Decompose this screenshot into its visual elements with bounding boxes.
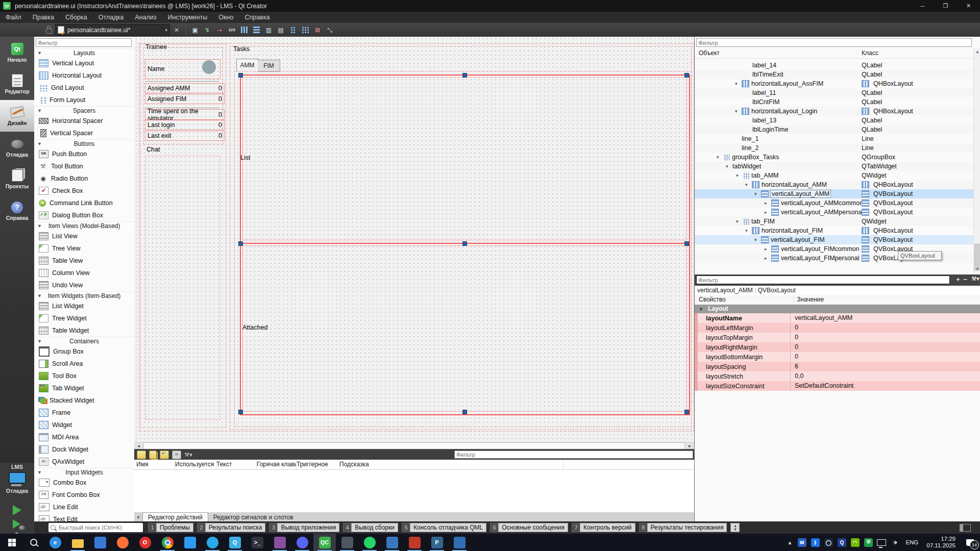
taskbar-app-system-monitor[interactable] <box>381 534 403 551</box>
selection-handle[interactable] <box>684 410 689 414</box>
layout-splitter-vertical-icon[interactable]: ▤ <box>276 25 286 35</box>
widget-box-item-undo-view[interactable]: Undo View <box>34 279 134 291</box>
chevron-right-icon[interactable]: ▸ <box>765 256 771 261</box>
tree-row-horizontalLayout_Login[interactable]: ▾horizontalLayout_LoginQHBoxLayout <box>695 107 973 116</box>
widget-box-item-horizontal-spacer[interactable]: Horizontal Spacer <box>34 115 134 127</box>
property-section-layout[interactable]: ▼ Layout <box>695 305 980 313</box>
taskbar-app-discord[interactable] <box>291 534 313 551</box>
mode-design[interactable]: Дизайн <box>0 100 34 132</box>
property-value[interactable]: 0 <box>790 333 980 342</box>
tree-row-tabWidget[interactable]: ▾tabWidgetQTabWidget <box>695 162 973 171</box>
output-panel-контроль-версий[interactable]: 7Контроль версий <box>572 523 635 532</box>
tree-row-label_11[interactable]: label_11QLabel <box>695 88 973 97</box>
mode-welcome[interactable]: QtНачало <box>0 37 34 68</box>
property-row-layoutBottomMargin[interactable]: layoutBottomMargin0 <box>695 352 980 362</box>
widget-box-item-table-widget[interactable]: Table Widget <box>34 324 134 337</box>
selection-handle[interactable] <box>462 410 467 414</box>
trainee-field-assigned-amm[interactable]: Assigned AMM0 <box>145 83 225 93</box>
property-value[interactable]: verticalLayout_AMM <box>790 313 980 323</box>
selection-handle[interactable] <box>238 73 243 78</box>
widget-box-item-form-layout[interactable]: Form Layout <box>34 94 134 106</box>
widget-box-item-qaxwidget[interactable]: axQAxWidget <box>34 456 134 468</box>
widget-box-section-buttons[interactable]: ▼Buttons <box>34 139 134 148</box>
taskbar-app-opera[interactable]: O <box>134 534 156 551</box>
taskbar-search-button[interactable] <box>23 534 44 551</box>
chevron-right-icon[interactable]: ▸ <box>765 201 771 206</box>
tree-row-verticalLayout_AMM[interactable]: ▾verticalLayout_AMMQVBoxLayout <box>695 189 973 198</box>
scroll-down-icon[interactable]: ▼ <box>974 266 980 273</box>
layout-horizontal-icon[interactable] <box>239 25 249 35</box>
open-document-selector[interactable]: personalcardtrainee.ui* ▾ <box>55 24 170 36</box>
widget-box-item-stacked-widget[interactable]: Stacked Widget <box>34 394 134 407</box>
layout-splitter-horizontal-icon[interactable]: ▥ <box>263 25 274 35</box>
chevron-down-icon[interactable]: ▾ <box>735 81 742 86</box>
tab-amm[interactable]: AMM <box>236 59 258 71</box>
widget-box-section-item-widgets-item-based[interactable]: ▼Item Widgets (Item-Based) <box>34 291 134 300</box>
tree-row-horizontalLayout_FIM[interactable]: ▾horizontalLayout_FIMQHBoxLayout <box>695 226 973 235</box>
tree-row-line_2[interactable]: line_2Line <box>695 143 973 153</box>
mode-projects[interactable]: Проекты <box>0 163 34 195</box>
property-value[interactable]: 0 <box>790 342 980 352</box>
widget-box-item-vertical-spacer[interactable]: Vertical Spacer <box>34 127 134 139</box>
tree-row-horizontalLayout_AMM[interactable]: ▾horizontalLayout_AMMQHBoxLayout <box>695 180 973 189</box>
property-filter-input[interactable] <box>696 276 950 284</box>
chevron-down-icon[interactable]: ▾ <box>134 513 142 522</box>
scroll-right-icon[interactable]: ► <box>685 442 694 449</box>
edit-signals-slots-icon[interactable]: ↯ <box>202 25 212 35</box>
output-panel-результаты-поиска[interactable]: 2Результаты поиска <box>197 523 266 532</box>
tree-row-verticalLayout_FIM[interactable]: ▾verticalLayout_FIMQVBoxLayout <box>695 235 973 244</box>
selection-handle[interactable] <box>462 241 467 246</box>
chevron-down-icon[interactable]: ▾ <box>736 219 743 224</box>
minimize-button[interactable]: ─ <box>911 0 934 12</box>
widget-box-item-tree-widget[interactable]: Tree Widget <box>34 312 134 324</box>
close-button[interactable]: ✕ <box>957 0 980 12</box>
maximize-button[interactable]: ❐ <box>934 0 957 12</box>
start-button[interactable] <box>0 534 23 551</box>
property-value[interactable]: 6 <box>790 362 980 371</box>
taskbar-app-qt-creator[interactable]: QC <box>313 534 336 551</box>
adjust-size-icon[interactable]: ⤡ <box>325 25 335 35</box>
widget-box-item-tool-button[interactable]: ⚒Tool Button <box>34 160 134 172</box>
trainee-name-row[interactable]: Name <box>145 59 220 79</box>
taskbar-app-explorer[interactable] <box>66 534 89 551</box>
mail-tray-icon[interactable]: ✉ <box>795 534 808 551</box>
quik-tray-icon[interactable]: Q <box>835 534 848 551</box>
property-row-layoutSizeConstraint[interactable]: layoutSizeConstraintSetDefaultConstraint <box>695 381 980 391</box>
widget-box-section-item-views-model-based[interactable]: ▼Item Views (Model-Based) <box>34 221 134 230</box>
widget-box-section-containers[interactable]: ▼Containers <box>34 337 134 345</box>
locator-input[interactable] <box>58 524 129 531</box>
network-tray-icon[interactable] <box>875 534 888 551</box>
property-row-layoutSpacing[interactable]: layoutSpacing6 <box>695 362 980 371</box>
output-panel-вывод-приложения[interactable]: 3Вывод приложения <box>269 523 339 532</box>
chevron-down-icon[interactable]: ▾ <box>754 237 761 242</box>
widget-box-item-dock-widget[interactable]: Dock Widget <box>34 443 134 456</box>
chat-groupbox[interactable] <box>145 156 220 420</box>
widget-box-item-command-link-button[interactable]: ➜Command Link Button <box>34 197 134 209</box>
layout-grid-icon[interactable] <box>300 25 310 35</box>
tree-row-verticalLayout_AMMcommon[interactable]: ▸verticalLayout_AMMcommonQVBoxLayout <box>695 198 973 208</box>
mode-help[interactable]: ?Справка <box>0 195 34 227</box>
chevron-down-icon[interactable]: ▾ <box>754 191 761 196</box>
action-column-0[interactable]: Имя <box>134 460 175 469</box>
panel-spinner[interactable]: ▲▼ <box>730 523 740 532</box>
tree-row-tab_AMM[interactable]: ▾tab_AMMQWidget <box>695 171 973 180</box>
mode-edit[interactable]: Редактор <box>0 68 34 100</box>
scrollbar-thumb[interactable] <box>143 442 685 449</box>
property-value[interactable]: 0,0 <box>790 371 980 381</box>
edit-buddies-icon[interactable]: ⇢ <box>214 25 225 35</box>
widget-box-item-group-box[interactable]: Group Box <box>34 345 134 358</box>
taskbar-app-device-tool[interactable] <box>336 534 358 551</box>
property-row-layoutRightMargin[interactable]: layoutRightMargin0 <box>695 342 980 352</box>
output-panel-проблемы[interactable]: 1Проблемы <box>148 523 193 532</box>
tab-action-editor[interactable]: Редактор действий <box>142 512 208 522</box>
widget-box-section-spacers[interactable]: ▼Spacers <box>34 106 134 115</box>
lock-icon[interactable] <box>46 29 52 34</box>
widget-box-item-frame[interactable]: Frame <box>34 407 134 419</box>
scroll-left-icon[interactable]: ◄ <box>134 442 143 449</box>
taskbar-app-pgadmin[interactable] <box>448 534 471 551</box>
column-value[interactable]: Значение <box>797 296 824 303</box>
widget-box-item-radio-button[interactable]: ◉Radio Button <box>34 172 134 185</box>
close-document-icon[interactable]: ✕ <box>174 27 179 34</box>
chevron-right-icon[interactable]: ▸ <box>765 246 771 252</box>
taskbar-app-edge[interactable]: e <box>44 534 66 551</box>
